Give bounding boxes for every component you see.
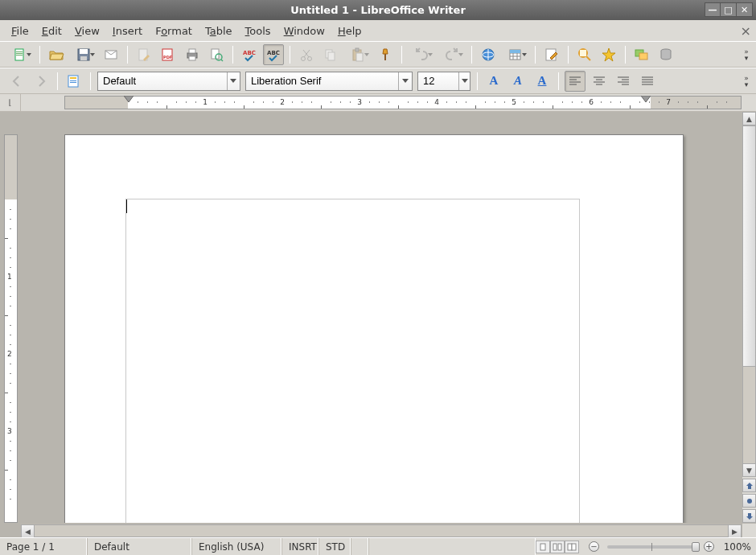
align-justify-button[interactable] (637, 71, 658, 92)
scroll-right-button[interactable]: ▶ (728, 524, 742, 538)
page[interactable] (64, 134, 684, 523)
font-size-dropdown[interactable] (458, 72, 470, 90)
font-size-combo[interactable] (417, 72, 470, 91)
back-button[interactable] (6, 71, 27, 92)
zoom-in-button[interactable]: + (704, 541, 714, 552)
scroll-down-button[interactable]: ▼ (742, 463, 756, 477)
horizontal-scrollbar[interactable]: ◀ ▶ (21, 524, 742, 537)
menu-format[interactable]: Format (149, 23, 199, 39)
edit-file-button[interactable] (134, 44, 154, 65)
copy-button[interactable] (320, 44, 341, 65)
gallery-button[interactable] (631, 44, 652, 65)
paste-button[interactable] (344, 44, 372, 65)
close-button[interactable]: ✕ (737, 2, 753, 17)
save-button[interactable] (70, 44, 97, 65)
font-name-dropdown[interactable] (398, 72, 412, 90)
svg-rect-48 (70, 80, 76, 81)
svg-text:ABC: ABC (267, 50, 280, 56)
auto-spellcheck-button[interactable]: ABC (263, 44, 284, 65)
print-button[interactable] (182, 44, 203, 65)
paragraph-style-input[interactable] (98, 75, 227, 87)
document-area[interactable] (21, 112, 742, 523)
next-page-button[interactable] (742, 509, 756, 523)
styles-button[interactable] (64, 71, 84, 92)
email-button[interactable] (101, 44, 121, 65)
paragraph-style-combo[interactable] (97, 72, 240, 91)
status-language[interactable]: English (USA) (191, 538, 281, 555)
hscroll-track[interactable] (35, 524, 728, 537)
vertical-scrollbar[interactable]: ▲ ▼ (742, 112, 756, 523)
status-insert-mode[interactable]: INSRT (281, 538, 318, 555)
svg-rect-49 (70, 82, 76, 83)
spellcheck-button[interactable]: ABC (239, 44, 260, 65)
menu-view[interactable]: View (68, 23, 106, 39)
formatting-overflow-button[interactable]: »▾ (742, 71, 751, 92)
book-view-button[interactable] (565, 541, 579, 553)
paragraph-style-dropdown[interactable] (227, 72, 240, 90)
scroll-left-button[interactable]: ◀ (21, 524, 35, 538)
forward-button[interactable] (31, 71, 51, 92)
hyperlink-button[interactable] (478, 44, 499, 65)
format-paintbrush-button[interactable] (375, 44, 396, 65)
vscroll-thumb[interactable] (742, 125, 756, 367)
menu-insert[interactable]: Insert (106, 23, 149, 39)
navigation-button[interactable] (742, 494, 756, 508)
vertical-ruler[interactable]: 123 (4, 134, 18, 523)
insert-table-button[interactable] (502, 44, 529, 65)
underline-button[interactable]: A (532, 71, 553, 92)
cut-button[interactable] (296, 44, 317, 65)
status-signature[interactable] (351, 538, 368, 555)
minimize-button[interactable]: — (705, 2, 721, 17)
align-center-button[interactable] (589, 71, 610, 92)
menu-help[interactable]: Help (331, 23, 368, 39)
svg-rect-6 (80, 56, 87, 60)
data-sources-button[interactable] (655, 44, 676, 65)
align-left-button[interactable] (565, 71, 585, 92)
ruler-corner[interactable]: ⌊ (0, 94, 21, 111)
status-selection-mode[interactable]: STD (318, 538, 351, 555)
menu-tools[interactable]: Tools (239, 23, 277, 39)
svg-marker-66 (124, 96, 134, 102)
redo-button[interactable] (438, 44, 466, 65)
italic-button[interactable]: A (507, 71, 528, 92)
scroll-up-button[interactable]: ▲ (742, 112, 756, 125)
svg-rect-47 (70, 77, 76, 79)
menu-file[interactable]: File (5, 23, 35, 39)
align-right-button[interactable] (613, 71, 634, 92)
multi-page-view-button[interactable] (550, 541, 565, 553)
navigator-button[interactable] (598, 44, 619, 65)
svg-marker-42 (602, 48, 615, 61)
toolbar-overflow-button[interactable]: »▾ (742, 44, 751, 65)
horizontal-ruler[interactable]: 1234567 (64, 96, 742, 109)
export-pdf-button[interactable]: PDF (158, 44, 179, 65)
font-name-combo[interactable] (245, 72, 413, 91)
menu-edit[interactable]: Edit (35, 23, 68, 39)
zoom-value[interactable]: 100% (717, 541, 751, 553)
find-replace-button[interactable] (574, 44, 595, 65)
svg-point-69 (747, 499, 752, 504)
maximize-button[interactable]: □ (721, 2, 737, 17)
new-button[interactable] (6, 44, 34, 65)
zoom-out-button[interactable]: − (589, 541, 599, 552)
undo-button[interactable] (408, 44, 435, 65)
status-page[interactable]: Page 1 / 1 (0, 538, 87, 555)
formatting-toolbar: A A A »▾ (0, 68, 756, 94)
standard-toolbar: PDF ABC ABC »▾ (0, 41, 756, 68)
svg-rect-24 (328, 52, 335, 60)
show-draw-functions-button[interactable] (541, 44, 562, 65)
open-button[interactable] (46, 44, 67, 65)
menu-table[interactable]: Table (199, 23, 239, 39)
status-misc[interactable] (368, 538, 536, 555)
prev-page-button[interactable] (742, 479, 756, 492)
single-page-view-button[interactable] (536, 541, 550, 553)
font-size-input[interactable] (418, 75, 458, 87)
svg-marker-68 (746, 483, 753, 489)
zoom-slider-handle[interactable] (692, 542, 700, 552)
menu-window[interactable]: Window (277, 23, 331, 39)
font-name-input[interactable] (246, 75, 398, 87)
status-style[interactable]: Default (87, 538, 191, 555)
close-document-button[interactable]: × (741, 23, 751, 39)
zoom-slider[interactable] (607, 545, 696, 549)
bold-button[interactable]: A (483, 71, 504, 92)
print-preview-button[interactable] (206, 44, 227, 65)
